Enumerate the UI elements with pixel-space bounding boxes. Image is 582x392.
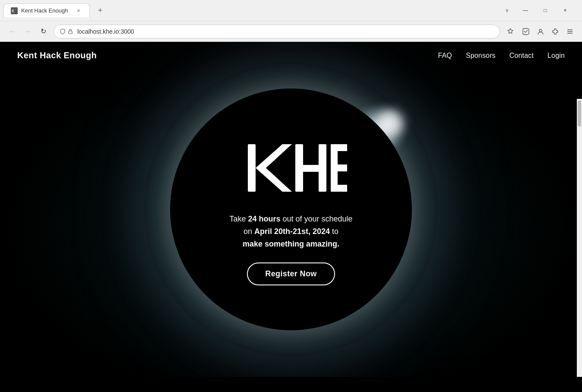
- profile-button[interactable]: [534, 25, 547, 38]
- svg-rect-15: [331, 144, 347, 151]
- shield-icon: [59, 28, 66, 35]
- lock-icon: [67, 28, 74, 35]
- tagline-hours: 24 hours: [248, 215, 280, 223]
- extensions-button[interactable]: [548, 25, 562, 38]
- svg-rect-13: [295, 165, 326, 172]
- scrollbar[interactable]: [577, 99, 582, 377]
- site-navigation: Kent Hack Enough FAQ Sponsors Contact Lo…: [0, 42, 582, 69]
- window-controls: — □ ×: [516, 3, 575, 17]
- tagline-cta: make something amazing.: [243, 240, 339, 248]
- tab-overflow-button[interactable]: ∨: [500, 3, 514, 17]
- site-logo[interactable]: Kent Hack Enough: [17, 51, 97, 60]
- tab-close-button[interactable]: ×: [75, 7, 82, 15]
- svg-point-4: [539, 29, 542, 32]
- maximize-button[interactable]: □: [535, 3, 555, 17]
- minimize-button[interactable]: —: [516, 3, 535, 17]
- svg-text:K: K: [12, 9, 15, 13]
- nav-faq[interactable]: FAQ: [438, 52, 452, 60]
- website-content: Kent Hack Enough FAQ Sponsors Contact Lo…: [0, 42, 582, 377]
- address-icons: [59, 28, 74, 35]
- register-button[interactable]: Register Now: [247, 262, 335, 285]
- tagline-part1: Take: [229, 215, 248, 223]
- bookmark-button[interactable]: [503, 25, 517, 38]
- address-text: localhost.khe.io:3000: [77, 28, 494, 35]
- nav-login[interactable]: Login: [547, 52, 565, 60]
- tagline-part3: on: [244, 227, 254, 236]
- address-bar[interactable]: localhost.khe.io:3000: [54, 25, 500, 38]
- hero-tagline: Take 24 hours out of your schedule on Ap…: [229, 213, 352, 250]
- svg-rect-16: [331, 164, 347, 171]
- svg-rect-3: [523, 28, 529, 35]
- eclipse-moon: Take 24 hours out of your schedule on Ap…: [170, 89, 412, 330]
- nav-links: FAQ Sponsors Contact Login: [438, 52, 565, 60]
- tagline-part2: out of your schedule: [280, 215, 352, 223]
- forward-button[interactable]: →: [21, 25, 35, 38]
- tab-label: Kent Hack Enough: [21, 7, 71, 14]
- svg-rect-2: [69, 31, 72, 34]
- back-button[interactable]: ←: [5, 25, 19, 38]
- svg-rect-17: [331, 185, 347, 192]
- svg-rect-8: [248, 144, 256, 192]
- svg-marker-10: [256, 168, 292, 192]
- tagline-date: April 20th-21st, 2024: [254, 227, 330, 236]
- close-button[interactable]: ×: [555, 3, 575, 17]
- new-tab-button[interactable]: +: [93, 3, 107, 17]
- khe-logo: [235, 133, 347, 204]
- pocket-icon[interactable]: [519, 25, 533, 38]
- active-tab[interactable]: K Kent Hack Enough ×: [3, 3, 90, 17]
- toolbar-icons: [519, 25, 577, 38]
- refresh-button[interactable]: ↻: [36, 25, 50, 38]
- browser-chrome: K Kent Hack Enough × + ∨ — □ × ← → ↻: [0, 0, 582, 42]
- nav-sponsors[interactable]: Sponsors: [466, 52, 496, 60]
- menu-button[interactable]: [563, 25, 577, 38]
- address-bar-row: ← → ↻ localhost.khe.io:3000: [0, 21, 582, 41]
- title-bar: K Kent Hack Enough × + ∨ — □ ×: [0, 0, 582, 21]
- svg-marker-9: [256, 144, 292, 168]
- tagline-part4: to: [330, 227, 338, 236]
- scrollbar-thumb[interactable]: [578, 101, 581, 126]
- nav-contact[interactable]: Contact: [509, 52, 534, 60]
- tab-favicon: K: [11, 7, 18, 14]
